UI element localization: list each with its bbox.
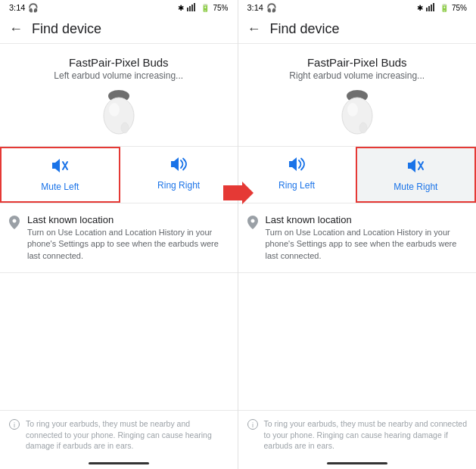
ring-left-label: Ring Left xyxy=(278,180,315,191)
back-button-left[interactable]: ← xyxy=(9,21,23,37)
headphone-icon-right: 🎧 xyxy=(266,3,277,13)
action-buttons-left: Mute Left Ring Right xyxy=(0,147,238,203)
info-icon-right: i xyxy=(247,419,258,432)
ring-right-label: Ring Right xyxy=(157,180,200,191)
svg-point-18 xyxy=(342,98,372,134)
headphone-icon-left: 🎧 xyxy=(28,3,39,13)
svg-text:i: i xyxy=(252,421,254,429)
footer-left: i To ring your earbuds, they must be nea… xyxy=(0,410,238,459)
svg-rect-13 xyxy=(426,8,428,11)
svg-rect-15 xyxy=(431,5,432,11)
svg-marker-12 xyxy=(223,182,254,204)
page-title-left: Find device xyxy=(32,21,101,37)
ring-left-icon xyxy=(287,156,306,177)
earbud-image-right xyxy=(334,87,380,140)
svg-point-6 xyxy=(109,103,120,116)
ring-right-button[interactable]: Ring Right xyxy=(120,147,238,203)
top-bar-right: ← Find device xyxy=(238,15,477,44)
location-title-left: Last known location xyxy=(27,214,229,225)
battery-icon-left: 🔋 xyxy=(201,4,210,12)
device-status-right: Right earbud volume increasing... xyxy=(250,70,465,81)
home-indicator-left xyxy=(89,462,149,464)
location-text-right: Last known location Turn on Use Location… xyxy=(266,214,468,262)
bluetooth-icon-right: ✱ xyxy=(417,4,423,12)
footer-right: i To ring your earbuds, they must be nea… xyxy=(238,410,477,459)
svg-rect-0 xyxy=(187,8,188,11)
location-icon-left xyxy=(9,216,20,262)
action-buttons-right: Ring Left Mute Right xyxy=(238,147,477,203)
svg-point-7 xyxy=(121,123,129,133)
location-section-left: Last known location Turn on Use Location… xyxy=(0,203,238,273)
mute-left-button[interactable]: Mute Left xyxy=(0,147,120,203)
bluetooth-icon-left: ✱ xyxy=(178,4,184,12)
back-button-right[interactable]: ← xyxy=(247,21,261,37)
footer-text-right: To ring your earbuds, they must be nearb… xyxy=(264,418,468,452)
location-section-right: Last known location Turn on Use Location… xyxy=(238,203,477,273)
svg-rect-14 xyxy=(428,6,430,11)
transition-arrow xyxy=(223,182,254,207)
mute-left-label: Mute Left xyxy=(41,182,79,192)
home-indicator-right xyxy=(327,462,387,464)
signal-icon-right xyxy=(426,3,437,13)
mute-right-button[interactable]: Mute Right xyxy=(356,147,476,203)
svg-point-5 xyxy=(104,98,134,134)
location-desc-left: Turn on Use Location and Location Histor… xyxy=(27,227,229,262)
status-bar-right: 3:14 🎧 ✱ 🔋 75% xyxy=(238,0,477,15)
location-title-right: Last known location xyxy=(266,214,468,225)
battery-percent-left: 75% xyxy=(213,4,228,12)
location-icon-right xyxy=(247,216,258,262)
mute-right-label: Mute Right xyxy=(394,182,437,192)
mute-right-icon xyxy=(406,157,425,179)
battery-percent-right: 75% xyxy=(452,4,467,12)
svg-rect-1 xyxy=(189,6,191,11)
svg-rect-3 xyxy=(194,3,195,11)
page-title-right: Find device xyxy=(270,21,340,37)
screen-right: 3:14 🎧 ✱ 🔋 75% ← Find device FastPair-Pi… xyxy=(238,0,477,469)
device-status-left: Left earbud volume increasing... xyxy=(12,70,226,81)
battery-icon-right: 🔋 xyxy=(440,4,449,12)
screen-left: 3:14 🎧 ✱ 🔋 75% ← Find device FastPair-Pi… xyxy=(0,0,238,469)
svg-rect-2 xyxy=(191,5,193,11)
svg-text:i: i xyxy=(14,421,15,429)
ring-right-icon xyxy=(169,156,188,177)
device-section-left: FastPair-Pixel Buds Left earbud volume i… xyxy=(0,44,238,147)
status-bar-left: 3:14 🎧 ✱ 🔋 75% xyxy=(0,0,238,15)
location-text-left: Last known location Turn on Use Location… xyxy=(27,214,229,262)
ring-left-button[interactable]: Ring Left xyxy=(238,147,356,203)
earbud-image-left xyxy=(96,87,142,140)
location-desc-right: Turn on Use Location and Location Histor… xyxy=(266,227,468,262)
svg-point-20 xyxy=(359,123,367,133)
svg-rect-16 xyxy=(433,3,434,11)
device-name-right: FastPair-Pixel Buds xyxy=(250,56,465,69)
info-icon-left: i xyxy=(9,419,20,432)
device-name-left: FastPair-Pixel Buds xyxy=(12,56,226,69)
time-left: 3:14 xyxy=(9,3,25,12)
top-bar-left: ← Find device xyxy=(0,15,238,44)
svg-point-19 xyxy=(347,103,358,116)
device-section-right: FastPair-Pixel Buds Right earbud volume … xyxy=(238,44,477,147)
mute-left-icon xyxy=(50,157,70,179)
signal-icon-left xyxy=(187,3,198,13)
time-right: 3:14 xyxy=(247,3,263,12)
footer-text-left: To ring your earbuds, they must be nearb… xyxy=(26,418,229,452)
